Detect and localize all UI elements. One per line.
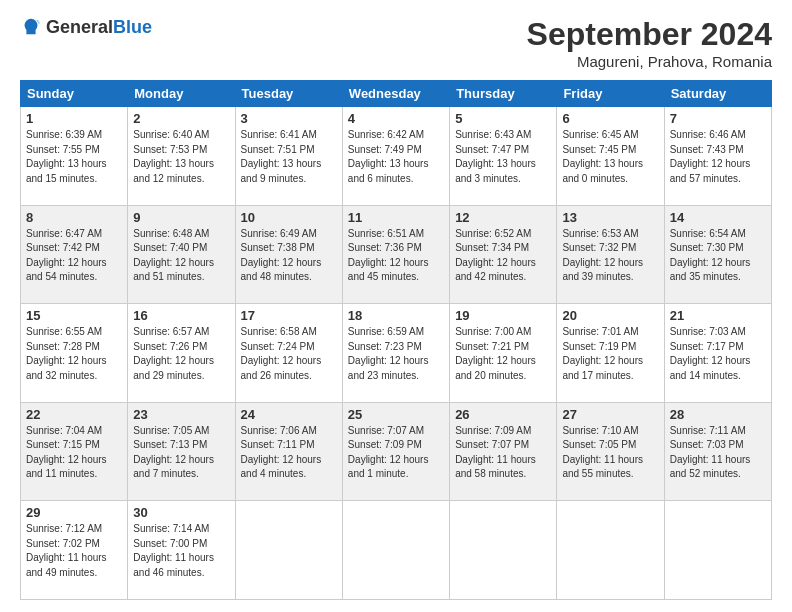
calendar-cell <box>557 501 664 600</box>
calendar-cell: 12Sunrise: 6:52 AM Sunset: 7:34 PM Dayli… <box>450 205 557 304</box>
calendar-cell: 10Sunrise: 6:49 AM Sunset: 7:38 PM Dayli… <box>235 205 342 304</box>
calendar-cell: 18Sunrise: 6:59 AM Sunset: 7:23 PM Dayli… <box>342 304 449 403</box>
calendar-cell: 7Sunrise: 6:46 AM Sunset: 7:43 PM Daylig… <box>664 107 771 206</box>
day-detail: Sunrise: 6:57 AM Sunset: 7:26 PM Dayligh… <box>133 325 229 383</box>
weekday-header-tuesday: Tuesday <box>235 81 342 107</box>
day-detail: Sunrise: 7:12 AM Sunset: 7:02 PM Dayligh… <box>26 522 122 580</box>
day-number: 22 <box>26 407 122 422</box>
calendar-cell: 13Sunrise: 6:53 AM Sunset: 7:32 PM Dayli… <box>557 205 664 304</box>
weekday-header-friday: Friday <box>557 81 664 107</box>
day-detail: Sunrise: 7:03 AM Sunset: 7:17 PM Dayligh… <box>670 325 766 383</box>
calendar-cell: 28Sunrise: 7:11 AM Sunset: 7:03 PM Dayli… <box>664 402 771 501</box>
day-number: 24 <box>241 407 337 422</box>
day-number: 11 <box>348 210 444 225</box>
day-detail: Sunrise: 6:55 AM Sunset: 7:28 PM Dayligh… <box>26 325 122 383</box>
calendar-cell: 20Sunrise: 7:01 AM Sunset: 7:19 PM Dayli… <box>557 304 664 403</box>
day-number: 16 <box>133 308 229 323</box>
calendar-cell: 6Sunrise: 6:45 AM Sunset: 7:45 PM Daylig… <box>557 107 664 206</box>
day-number: 3 <box>241 111 337 126</box>
calendar-cell: 11Sunrise: 6:51 AM Sunset: 7:36 PM Dayli… <box>342 205 449 304</box>
calendar-week-4: 22Sunrise: 7:04 AM Sunset: 7:15 PM Dayli… <box>21 402 772 501</box>
location: Magureni, Prahova, Romania <box>527 53 772 70</box>
logo-blue: Blue <box>113 17 152 37</box>
day-detail: Sunrise: 6:53 AM Sunset: 7:32 PM Dayligh… <box>562 227 658 285</box>
day-detail: Sunrise: 6:46 AM Sunset: 7:43 PM Dayligh… <box>670 128 766 186</box>
day-number: 27 <box>562 407 658 422</box>
calendar-cell: 15Sunrise: 6:55 AM Sunset: 7:28 PM Dayli… <box>21 304 128 403</box>
calendar-cell: 23Sunrise: 7:05 AM Sunset: 7:13 PM Dayli… <box>128 402 235 501</box>
day-detail: Sunrise: 6:48 AM Sunset: 7:40 PM Dayligh… <box>133 227 229 285</box>
title-block: September 2024 Magureni, Prahova, Romani… <box>527 16 772 70</box>
calendar-cell: 14Sunrise: 6:54 AM Sunset: 7:30 PM Dayli… <box>664 205 771 304</box>
weekday-header-monday: Monday <box>128 81 235 107</box>
day-detail: Sunrise: 7:11 AM Sunset: 7:03 PM Dayligh… <box>670 424 766 482</box>
calendar-cell: 30Sunrise: 7:14 AM Sunset: 7:00 PM Dayli… <box>128 501 235 600</box>
weekday-header-wednesday: Wednesday <box>342 81 449 107</box>
day-number: 30 <box>133 505 229 520</box>
day-number: 14 <box>670 210 766 225</box>
day-number: 15 <box>26 308 122 323</box>
calendar-cell: 29Sunrise: 7:12 AM Sunset: 7:02 PM Dayli… <box>21 501 128 600</box>
logo-general: General <box>46 17 113 37</box>
day-number: 25 <box>348 407 444 422</box>
day-number: 7 <box>670 111 766 126</box>
calendar-cell <box>450 501 557 600</box>
weekday-header-sunday: Sunday <box>21 81 128 107</box>
day-detail: Sunrise: 7:06 AM Sunset: 7:11 PM Dayligh… <box>241 424 337 482</box>
day-number: 8 <box>26 210 122 225</box>
calendar-cell: 3Sunrise: 6:41 AM Sunset: 7:51 PM Daylig… <box>235 107 342 206</box>
day-number: 13 <box>562 210 658 225</box>
calendar-cell: 24Sunrise: 7:06 AM Sunset: 7:11 PM Dayli… <box>235 402 342 501</box>
calendar-cell: 21Sunrise: 7:03 AM Sunset: 7:17 PM Dayli… <box>664 304 771 403</box>
calendar-cell: 8Sunrise: 6:47 AM Sunset: 7:42 PM Daylig… <box>21 205 128 304</box>
day-detail: Sunrise: 7:05 AM Sunset: 7:13 PM Dayligh… <box>133 424 229 482</box>
day-detail: Sunrise: 6:40 AM Sunset: 7:53 PM Dayligh… <box>133 128 229 186</box>
day-number: 12 <box>455 210 551 225</box>
day-detail: Sunrise: 6:51 AM Sunset: 7:36 PM Dayligh… <box>348 227 444 285</box>
day-detail: Sunrise: 6:45 AM Sunset: 7:45 PM Dayligh… <box>562 128 658 186</box>
calendar-cell: 25Sunrise: 7:07 AM Sunset: 7:09 PM Dayli… <box>342 402 449 501</box>
month-title: September 2024 <box>527 16 772 53</box>
day-number: 4 <box>348 111 444 126</box>
day-number: 19 <box>455 308 551 323</box>
calendar-cell: 2Sunrise: 6:40 AM Sunset: 7:53 PM Daylig… <box>128 107 235 206</box>
day-detail: Sunrise: 6:52 AM Sunset: 7:34 PM Dayligh… <box>455 227 551 285</box>
calendar-cell: 4Sunrise: 6:42 AM Sunset: 7:49 PM Daylig… <box>342 107 449 206</box>
day-detail: Sunrise: 7:09 AM Sunset: 7:07 PM Dayligh… <box>455 424 551 482</box>
day-detail: Sunrise: 6:41 AM Sunset: 7:51 PM Dayligh… <box>241 128 337 186</box>
calendar-body: 1Sunrise: 6:39 AM Sunset: 7:55 PM Daylig… <box>21 107 772 600</box>
day-number: 17 <box>241 308 337 323</box>
calendar-cell: 26Sunrise: 7:09 AM Sunset: 7:07 PM Dayli… <box>450 402 557 501</box>
calendar-table: SundayMondayTuesdayWednesdayThursdayFrid… <box>20 80 772 600</box>
day-number: 29 <box>26 505 122 520</box>
calendar-cell: 9Sunrise: 6:48 AM Sunset: 7:40 PM Daylig… <box>128 205 235 304</box>
day-number: 26 <box>455 407 551 422</box>
day-number: 23 <box>133 407 229 422</box>
day-detail: Sunrise: 7:00 AM Sunset: 7:21 PM Dayligh… <box>455 325 551 383</box>
day-detail: Sunrise: 6:47 AM Sunset: 7:42 PM Dayligh… <box>26 227 122 285</box>
logo-text: GeneralBlue <box>46 17 152 38</box>
day-number: 10 <box>241 210 337 225</box>
calendar-cell: 16Sunrise: 6:57 AM Sunset: 7:26 PM Dayli… <box>128 304 235 403</box>
calendar-cell <box>342 501 449 600</box>
calendar-cell <box>235 501 342 600</box>
day-detail: Sunrise: 6:54 AM Sunset: 7:30 PM Dayligh… <box>670 227 766 285</box>
day-number: 9 <box>133 210 229 225</box>
calendar-cell: 17Sunrise: 6:58 AM Sunset: 7:24 PM Dayli… <box>235 304 342 403</box>
day-detail: Sunrise: 7:14 AM Sunset: 7:00 PM Dayligh… <box>133 522 229 580</box>
day-detail: Sunrise: 6:49 AM Sunset: 7:38 PM Dayligh… <box>241 227 337 285</box>
day-number: 1 <box>26 111 122 126</box>
calendar-header-row: SundayMondayTuesdayWednesdayThursdayFrid… <box>21 81 772 107</box>
day-detail: Sunrise: 7:07 AM Sunset: 7:09 PM Dayligh… <box>348 424 444 482</box>
calendar-cell <box>664 501 771 600</box>
day-detail: Sunrise: 6:39 AM Sunset: 7:55 PM Dayligh… <box>26 128 122 186</box>
calendar-cell: 27Sunrise: 7:10 AM Sunset: 7:05 PM Dayli… <box>557 402 664 501</box>
weekday-header-thursday: Thursday <box>450 81 557 107</box>
day-number: 20 <box>562 308 658 323</box>
logo: GeneralBlue <box>20 16 152 38</box>
day-number: 21 <box>670 308 766 323</box>
day-detail: Sunrise: 7:04 AM Sunset: 7:15 PM Dayligh… <box>26 424 122 482</box>
day-number: 6 <box>562 111 658 126</box>
calendar-week-3: 15Sunrise: 6:55 AM Sunset: 7:28 PM Dayli… <box>21 304 772 403</box>
calendar-cell: 1Sunrise: 6:39 AM Sunset: 7:55 PM Daylig… <box>21 107 128 206</box>
